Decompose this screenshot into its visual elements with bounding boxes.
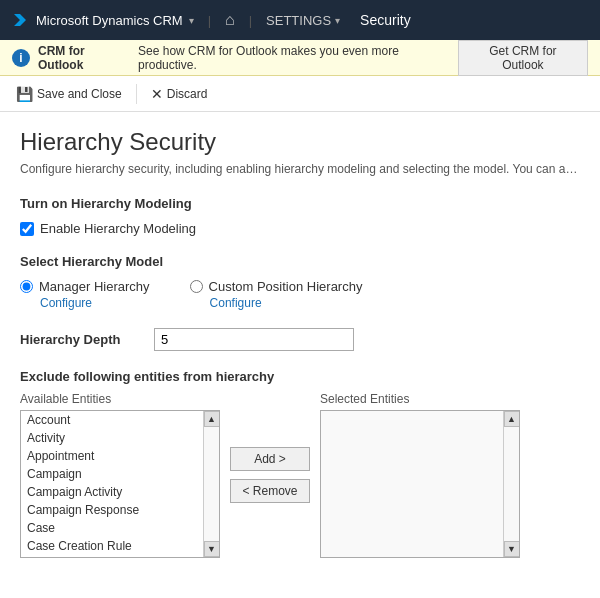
remove-button[interactable]: < Remove (230, 479, 310, 503)
exclude-entities-title: Exclude following entities from hierarch… (20, 369, 580, 384)
list-item[interactable]: Campaign Activity (21, 483, 203, 501)
hierarchy-depth-input[interactable] (154, 328, 354, 351)
list-item[interactable]: Account (21, 411, 203, 429)
ms-dynamics-logo-icon (10, 10, 30, 30)
nav-logo-chevron[interactable]: ▾ (189, 15, 194, 26)
nav-settings-label: SETTINGS (266, 13, 331, 28)
selected-entities-label: Selected Entities (320, 392, 520, 406)
available-scroll-down[interactable]: ▼ (204, 541, 220, 557)
hierarchy-modeling-title: Turn on Hierarchy Modeling (20, 196, 580, 211)
manager-hierarchy-label: Manager Hierarchy (39, 279, 150, 294)
selected-scroll-up[interactable]: ▲ (504, 411, 520, 427)
nav-logo-text: Microsoft Dynamics CRM (36, 13, 183, 28)
crm-banner-text: See how CRM for Outlook makes you even m… (138, 44, 450, 72)
available-entities-container: Available Entities AccountActivityAppoin… (20, 392, 220, 558)
add-button[interactable]: Add > (230, 447, 310, 471)
available-entities-label: Available Entities (20, 392, 220, 406)
entity-actions: Add > < Remove (230, 447, 310, 503)
get-crm-outlook-button[interactable]: Get CRM for Outlook (458, 40, 588, 76)
hierarchy-model-radio-group: Manager Hierarchy Configure Custom Posit… (20, 279, 580, 310)
save-close-icon: 💾 (16, 86, 33, 102)
discard-label: Discard (167, 87, 208, 101)
save-close-button[interactable]: 💾 Save and Close (8, 82, 130, 106)
nav-settings[interactable]: SETTINGS ▾ (266, 13, 340, 28)
custom-hierarchy-row: Custom Position Hierarchy (190, 279, 363, 294)
selected-entities-container: Selected Entities ▲ ▼ (320, 392, 520, 558)
page-title: Hierarchy Security (20, 128, 580, 156)
nav-bar: Microsoft Dynamics CRM ▾ | ⌂ | SETTINGS … (0, 0, 600, 40)
manager-configure-link[interactable]: Configure (40, 296, 150, 310)
entities-layout: Available Entities AccountActivityAppoin… (20, 392, 580, 558)
list-item[interactable]: Campaign (21, 465, 203, 483)
nav-logo[interactable]: Microsoft Dynamics CRM ▾ (10, 10, 194, 30)
selected-entities-listbox[interactable]: ▲ ▼ (320, 410, 520, 558)
nav-settings-chevron: ▾ (335, 15, 340, 26)
available-scroll-up[interactable]: ▲ (204, 411, 220, 427)
enable-hierarchy-checkbox[interactable] (20, 222, 34, 236)
list-item[interactable]: Case Resolution (21, 555, 203, 558)
manager-hierarchy-option: Manager Hierarchy Configure (20, 279, 150, 310)
hierarchy-model-title: Select Hierarchy Model (20, 254, 580, 269)
custom-hierarchy-option: Custom Position Hierarchy Configure (190, 279, 363, 310)
available-entities-listbox[interactable]: AccountActivityAppointmentCampaignCampai… (20, 410, 220, 558)
save-close-label: Save and Close (37, 87, 122, 101)
custom-configure-link[interactable]: Configure (210, 296, 363, 310)
custom-hierarchy-label: Custom Position Hierarchy (209, 279, 363, 294)
nav-security-label: Security (360, 12, 411, 28)
nav-divider-2: | (249, 13, 252, 28)
info-icon: i (12, 49, 30, 67)
list-item[interactable]: Campaign Response (21, 501, 203, 519)
hierarchy-model-section: Select Hierarchy Model Manager Hierarchy… (20, 254, 580, 310)
crm-banner: i CRM for Outlook See how CRM for Outloo… (0, 40, 600, 76)
home-icon[interactable]: ⌂ (225, 11, 235, 29)
hierarchy-modeling-section: Turn on Hierarchy Modeling Enable Hierar… (20, 196, 580, 236)
crm-banner-product: CRM for Outlook (38, 44, 130, 72)
discard-icon: ✕ (151, 86, 163, 102)
selected-scroll-track (504, 427, 519, 541)
toolbar: 💾 Save and Close ✕ Discard (0, 76, 600, 112)
list-item[interactable]: Case Creation Rule (21, 537, 203, 555)
toolbar-separator (136, 84, 137, 104)
hierarchy-depth-row: Hierarchy Depth (20, 328, 580, 351)
main-content: Hierarchy Security Configure hierarchy s… (0, 112, 600, 592)
custom-hierarchy-radio[interactable] (190, 280, 203, 293)
enable-hierarchy-label[interactable]: Enable Hierarchy Modeling (40, 221, 196, 236)
list-item[interactable]: Appointment (21, 447, 203, 465)
exclude-entities-section: Exclude following entities from hierarch… (20, 369, 580, 558)
enable-hierarchy-modeling-row: Enable Hierarchy Modeling (20, 221, 580, 236)
nav-divider-1: | (208, 13, 211, 28)
selected-scroll-down[interactable]: ▼ (504, 541, 520, 557)
selected-scrollbar[interactable]: ▲ ▼ (503, 411, 519, 557)
manager-hierarchy-row: Manager Hierarchy (20, 279, 150, 294)
discard-button[interactable]: ✕ Discard (143, 82, 216, 106)
available-scroll-track (204, 427, 219, 541)
available-scrollbar[interactable]: ▲ ▼ (203, 411, 219, 557)
available-entities-list: AccountActivityAppointmentCampaignCampai… (21, 411, 203, 558)
list-item[interactable]: Activity (21, 429, 203, 447)
list-item[interactable]: Case (21, 519, 203, 537)
manager-hierarchy-radio[interactable] (20, 280, 33, 293)
hierarchy-depth-label: Hierarchy Depth (20, 332, 140, 347)
page-description: Configure hierarchy security, including … (20, 162, 580, 176)
